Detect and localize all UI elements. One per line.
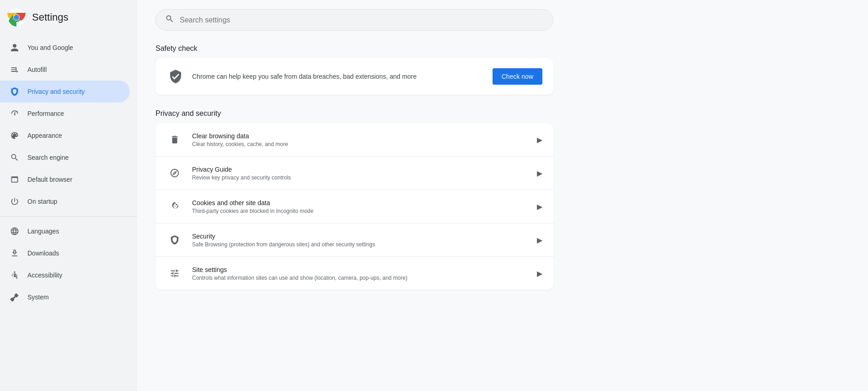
settings-item-desc: Review key privacy and security controls xyxy=(192,174,528,181)
person-icon xyxy=(9,42,20,53)
safety-check-section: Safety check Chrome can help keep you sa… xyxy=(155,44,850,95)
browser-icon xyxy=(9,174,20,185)
settings-item-desc: Third-party cookies are blocked in Incog… xyxy=(192,208,528,214)
sidebar-item-label: Accessibility xyxy=(27,272,62,279)
sidebar-nav: You and Google Autofill Privacy and secu… xyxy=(0,35,137,310)
power-icon xyxy=(9,196,20,207)
autofill-icon xyxy=(9,64,20,75)
cookie-icon xyxy=(166,198,183,215)
sidebar-header: Settings xyxy=(0,0,137,35)
settings-item-text: Cookies and other site data Third-party … xyxy=(192,199,528,214)
sidebar-item-label: Search engine xyxy=(27,154,69,161)
search-bar xyxy=(155,9,553,31)
app-title: Settings xyxy=(32,11,69,23)
search-input[interactable] xyxy=(180,16,544,24)
globe-icon xyxy=(9,226,20,237)
privacy-security-section: Privacy and security Clear browsing data… xyxy=(155,109,553,290)
settings-item-text: Clear browsing data Clear history, cooki… xyxy=(192,132,528,147)
search-bar-container xyxy=(155,9,553,31)
sidebar-item-label: On startup xyxy=(27,198,57,205)
sidebar-item-label: Downloads xyxy=(27,250,59,257)
settings-item-desc: Safe Browsing (protection from dangerous… xyxy=(192,241,528,248)
chevron-right-icon: ▶ xyxy=(537,136,542,144)
main-content: Safety check Chrome can help keep you sa… xyxy=(137,0,868,391)
sidebar-item-label: Languages xyxy=(27,228,59,235)
accessibility-icon xyxy=(9,270,20,281)
sidebar-item-label: System xyxy=(27,293,49,301)
settings-item-cookies[interactable]: Cookies and other site data Third-party … xyxy=(155,190,553,223)
check-now-button[interactable]: Check now xyxy=(493,68,542,85)
sidebar-item-system[interactable]: System xyxy=(0,286,130,308)
settings-item-text: Security Safe Browsing (protection from … xyxy=(192,233,528,248)
chevron-right-icon: ▶ xyxy=(537,269,542,278)
settings-item-desc: Clear history, cookies, cache, and more xyxy=(192,141,528,147)
sidebar-item-languages[interactable]: Languages xyxy=(0,220,130,242)
sidebar-item-autofill[interactable]: Autofill xyxy=(0,59,130,81)
settings-item-text: Privacy Guide Review key privacy and sec… xyxy=(192,166,528,181)
shield-check-icon xyxy=(166,67,185,86)
palette-icon xyxy=(9,130,20,141)
wrench-icon xyxy=(9,292,20,303)
sidebar: Settings You and Google Autofill Privacy… xyxy=(0,0,137,391)
sidebar-item-label: Autofill xyxy=(27,66,47,73)
settings-item-title: Cookies and other site data xyxy=(192,199,528,206)
svg-point-3 xyxy=(14,15,19,20)
sidebar-item-label: Performance xyxy=(27,110,64,117)
chevron-right-icon: ▶ xyxy=(537,169,542,178)
safety-check-title: Safety check xyxy=(155,44,850,53)
privacy-security-title: Privacy and security xyxy=(155,109,553,118)
shield-outline-icon xyxy=(166,232,183,248)
sidebar-item-label: Default browser xyxy=(27,176,72,183)
download-icon xyxy=(9,248,20,259)
chevron-right-icon: ▶ xyxy=(537,202,542,211)
shield-icon xyxy=(9,86,20,97)
settings-item-title: Clear browsing data xyxy=(192,132,528,140)
sidebar-item-downloads[interactable]: Downloads xyxy=(0,242,130,264)
sidebar-item-privacy-and-security[interactable]: Privacy and security xyxy=(0,81,130,103)
settings-item-desc: Controls what information sites can use … xyxy=(192,275,528,281)
sidebar-item-default-browser[interactable]: Default browser xyxy=(0,168,130,190)
settings-item-text: Site settings Controls what information … xyxy=(192,266,528,281)
compass-icon xyxy=(166,165,183,181)
settings-item-title: Site settings xyxy=(192,266,528,273)
safety-check-description: Chrome can help keep you safe from data … xyxy=(192,73,485,80)
safety-check-card: Chrome can help keep you safe from data … xyxy=(155,58,553,95)
sidebar-item-search-engine[interactable]: Search engine xyxy=(0,147,130,168)
sidebar-item-accessibility[interactable]: Accessibility xyxy=(0,264,130,286)
settings-item-clear-browsing-data[interactable]: Clear browsing data Clear history, cooki… xyxy=(155,123,553,157)
performance-icon xyxy=(9,108,20,119)
sliders-icon xyxy=(166,265,183,282)
sidebar-item-appearance[interactable]: Appearance xyxy=(0,125,130,147)
svg-point-4 xyxy=(14,272,15,273)
settings-list: Clear browsing data Clear history, cooki… xyxy=(155,123,553,290)
sidebar-item-label: Appearance xyxy=(27,132,62,139)
chrome-logo-icon xyxy=(7,8,26,27)
sidebar-item-label: Privacy and security xyxy=(27,88,85,95)
sidebar-item-on-startup[interactable]: On startup xyxy=(0,190,130,212)
settings-item-title: Security xyxy=(192,233,528,240)
sidebar-item-performance[interactable]: Performance xyxy=(0,103,130,125)
nav-divider xyxy=(0,216,137,217)
search-icon xyxy=(9,152,20,163)
trash-icon xyxy=(166,131,183,148)
settings-item-title: Privacy Guide xyxy=(192,166,528,173)
chevron-right-icon: ▶ xyxy=(537,236,542,244)
settings-item-site-settings[interactable]: Site settings Controls what information … xyxy=(155,257,553,290)
sidebar-item-label: You and Google xyxy=(27,44,73,51)
settings-item-security[interactable]: Security Safe Browsing (protection from … xyxy=(155,223,553,257)
search-icon xyxy=(165,14,174,26)
settings-item-privacy-guide[interactable]: Privacy Guide Review key privacy and sec… xyxy=(155,157,553,190)
sidebar-item-you-and-google[interactable]: You and Google xyxy=(0,37,130,59)
